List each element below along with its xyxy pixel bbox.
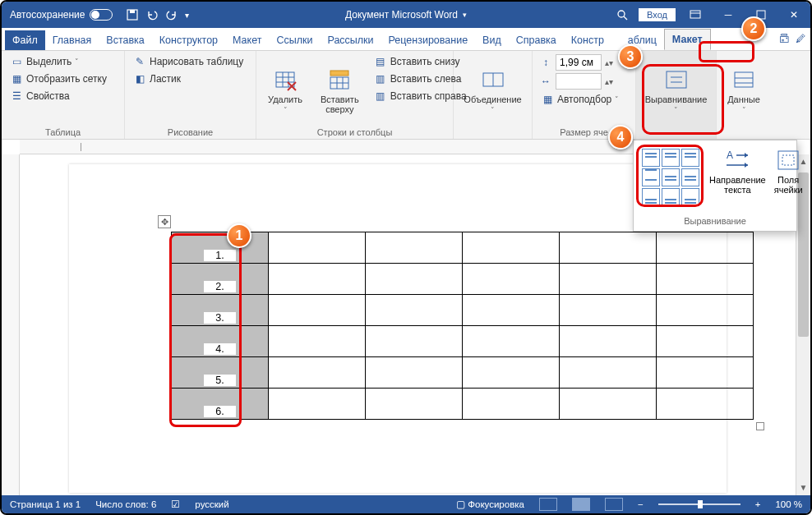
table-cell[interactable]: 4. xyxy=(172,326,269,357)
align-middle-right[interactable]: .align-cell[data-name=align-middle-right… xyxy=(681,168,699,186)
table-cell[interactable] xyxy=(366,326,463,357)
table-cell[interactable] xyxy=(269,326,366,357)
table-cell[interactable] xyxy=(560,264,657,295)
tab-insert[interactable]: Вставка xyxy=(99,30,151,50)
document-table[interactable]: 1.2.3.4.5.6. xyxy=(171,232,754,420)
insert-above-button[interactable]: Вставить сверху xyxy=(316,54,364,126)
tab-file[interactable]: Файл xyxy=(5,30,45,50)
autosave-toggle[interactable] xyxy=(90,9,113,21)
close-button[interactable]: ✕ xyxy=(777,2,810,28)
zoom-in[interactable]: + xyxy=(755,499,761,509)
zoom-slider[interactable] xyxy=(658,504,740,505)
table-cell[interactable] xyxy=(463,357,560,389)
minimize-button[interactable]: ─ xyxy=(712,2,745,28)
table-cell[interactable] xyxy=(657,326,754,357)
read-mode-view[interactable] xyxy=(539,498,557,511)
table-cell[interactable] xyxy=(366,357,463,389)
language-status[interactable]: русский xyxy=(195,499,228,509)
align-bottom-center[interactable]: .align-cell[data-name=align-bottom-cente… xyxy=(662,188,680,206)
table-move-handle[interactable]: ✥ xyxy=(158,215,171,228)
table-cell[interactable] xyxy=(657,357,754,389)
align-top-center[interactable]: .align-cell[data-name=align-top-center]:… xyxy=(662,149,680,167)
table-cell[interactable] xyxy=(657,295,754,326)
select-button[interactable]: ▭Выделить ˅ xyxy=(8,54,108,69)
table-cell[interactable] xyxy=(463,264,560,295)
col-width-field[interactable]: ↔ ▴▾ xyxy=(539,73,621,90)
table-cell[interactable]: 6. xyxy=(172,389,269,420)
align-top-right[interactable]: .align-cell[data-name=align-top-right]::… xyxy=(681,149,699,167)
text-direction-button[interactable]: A Направление текста xyxy=(709,147,766,208)
spellcheck-icon[interactable]: ☑ xyxy=(171,499,180,510)
table-resize-handle[interactable] xyxy=(756,422,764,430)
tab-layout[interactable]: Макет xyxy=(225,30,269,50)
merge-button[interactable]: Объединение˅ xyxy=(459,54,526,126)
table-cell[interactable] xyxy=(269,357,366,389)
tab-view[interactable]: Вид xyxy=(475,30,509,50)
table-cell[interactable] xyxy=(269,389,366,420)
data-button[interactable]: Данные˅ xyxy=(722,54,765,126)
table-cell[interactable] xyxy=(463,389,560,420)
table-cell[interactable] xyxy=(657,232,754,264)
table-cell[interactable] xyxy=(269,295,366,326)
table-cell[interactable] xyxy=(657,264,754,295)
draw-table-button[interactable]: ✎Нарисовать таблицу xyxy=(131,54,245,69)
tab-table-layout[interactable]: Макет xyxy=(664,29,711,50)
page-status[interactable]: Страница 1 из 1 xyxy=(10,499,81,509)
cell-margins-button[interactable]: Поля ячейки xyxy=(774,147,803,208)
web-layout-view[interactable] xyxy=(605,498,623,511)
table-cell[interactable] xyxy=(366,389,463,420)
table-cell[interactable] xyxy=(366,232,463,264)
table-cell[interactable] xyxy=(657,389,754,420)
alignment-button[interactable]: Выравнивание˅ xyxy=(640,54,713,126)
table-cell[interactable] xyxy=(463,326,560,357)
table-cell[interactable] xyxy=(269,264,366,295)
col-width-input[interactable] xyxy=(556,73,602,90)
vertical-ruler[interactable] xyxy=(2,154,20,495)
table-cell[interactable] xyxy=(560,326,657,357)
table-cell[interactable]: 3. xyxy=(172,295,269,326)
undo-icon[interactable] xyxy=(145,8,159,21)
table-cell[interactable] xyxy=(463,232,560,264)
table-cell[interactable]: 1. xyxy=(172,232,269,264)
properties-button[interactable]: ☰Свойства xyxy=(8,89,108,103)
tab-help[interactable]: Справка xyxy=(509,30,564,50)
table-cell[interactable] xyxy=(366,295,463,326)
save-icon[interactable] xyxy=(126,8,139,21)
tab-references[interactable]: Ссылки xyxy=(269,30,320,50)
view-gridlines-button[interactable]: ▦Отобразить сетку xyxy=(8,71,108,86)
table-cell[interactable] xyxy=(560,389,657,420)
zoom-out[interactable]: − xyxy=(638,499,644,509)
align-top-left[interactable]: .align-cell[data-name=align-top-left]::b… xyxy=(642,149,660,167)
table-cell[interactable]: 2. xyxy=(172,264,269,295)
table-cell[interactable] xyxy=(560,295,657,326)
table-cell[interactable] xyxy=(269,232,366,264)
eraser-button[interactable]: ◧Ластик xyxy=(131,71,245,86)
align-middle-left[interactable]: .align-cell[data-name=align- middle-left… xyxy=(642,168,660,186)
focus-mode[interactable]: ▢ Фокусировка xyxy=(456,499,524,510)
table-cell[interactable] xyxy=(560,357,657,389)
tab-mailings[interactable]: Рассылки xyxy=(320,30,381,50)
word-count[interactable]: Число слов: 6 xyxy=(95,499,156,509)
print-layout-view[interactable] xyxy=(572,498,590,511)
tab-home[interactable]: Главная xyxy=(45,30,99,50)
ribbon-display-icon[interactable] xyxy=(679,2,712,28)
table-cell[interactable] xyxy=(560,232,657,264)
redo-icon[interactable] xyxy=(165,8,178,21)
autofit-button[interactable]: ▦Автоподбор ˅ xyxy=(539,92,621,107)
scroll-down-arrow[interactable]: ▼ xyxy=(796,481,810,495)
table-cell[interactable]: 5. xyxy=(172,357,269,389)
login-button[interactable]: Вход xyxy=(639,8,676,21)
zoom-level[interactable]: 100 % xyxy=(775,499,802,509)
table-cell[interactable] xyxy=(463,295,560,326)
row-height-input[interactable] xyxy=(556,54,602,71)
comments-icon[interactable]: 🖉 xyxy=(796,33,805,44)
tab-review[interactable]: Рецензирование xyxy=(381,30,476,50)
tab-table-design[interactable]: Констр xyxy=(564,30,611,50)
table-cell[interactable] xyxy=(366,264,463,295)
search-icon[interactable] xyxy=(606,2,639,28)
align-bottom-left[interactable]: .align-cell[data-name=align-bottom-left]… xyxy=(642,188,660,206)
align-bottom-right[interactable]: .align-cell[data-name=align-bottom-right… xyxy=(681,188,699,206)
align-middle-center[interactable]: .align-cell[data-name=align-middle-cente… xyxy=(662,168,680,186)
tab-design[interactable]: Конструктор xyxy=(152,30,225,50)
row-height-field[interactable]: ↕ ▴▾ xyxy=(539,54,621,71)
